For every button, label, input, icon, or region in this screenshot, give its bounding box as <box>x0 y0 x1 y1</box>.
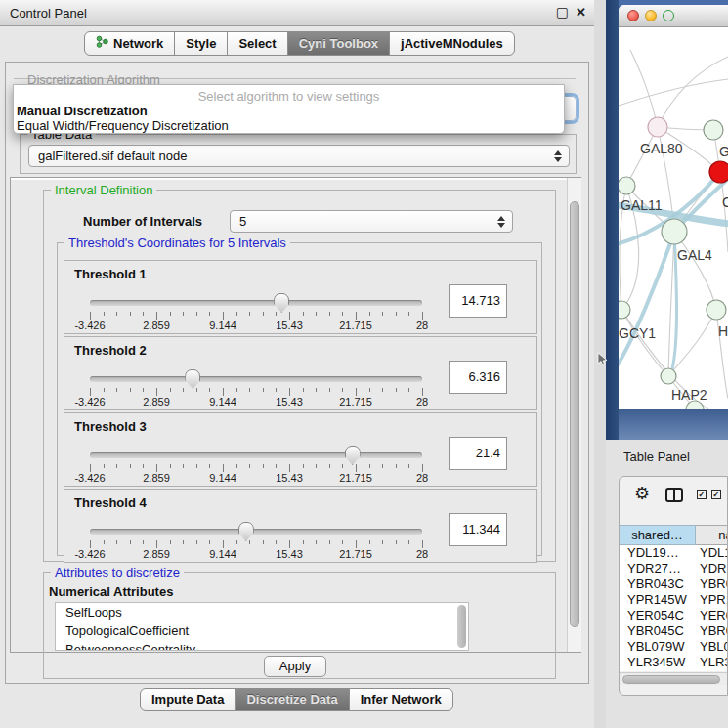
tab-impute-data[interactable]: Impute Data <box>140 688 236 711</box>
combobox-stepper-icon <box>554 150 562 162</box>
slider-thumb[interactable] <box>238 522 254 541</box>
checkbox-icon[interactable]: ✓ <box>711 490 721 499</box>
tab-label: Discretize Data <box>246 692 337 707</box>
zoom-traffic-icon[interactable] <box>663 10 674 21</box>
table-data-combobox[interactable]: galFiltered.sif default node <box>28 145 570 167</box>
threshold-value-field[interactable]: 14.713 <box>449 284 507 318</box>
close-traffic-icon[interactable] <box>627 10 639 21</box>
table-data-combobox-value: galFiltered.sif default node <box>38 149 187 163</box>
table-rows: YDL19…YDL1YDR27…YDR2YBR043CYBR0YPR145WYP… <box>620 545 728 671</box>
cell-name: YIL0 <box>700 670 728 671</box>
thresholds-group-title: Threshold's Coordinates for 5 Intervals <box>64 236 290 250</box>
cell-name: YER0 <box>700 608 728 623</box>
table-horizontal-scrollbar[interactable] <box>620 672 728 685</box>
slider-scale-labels: -3.4262.8599.14415.4321.71528 <box>90 320 422 332</box>
slider-track[interactable] <box>90 376 422 382</box>
tab-cyni-toolbox[interactable]: Cyni Toolbox <box>287 31 390 56</box>
network-window-titlebar[interactable] <box>619 5 728 27</box>
column-header-name[interactable]: name <box>696 525 728 545</box>
slider-track[interactable] <box>90 529 422 535</box>
gear-icon[interactable]: ⚙ <box>634 483 650 503</box>
network-node-label-h: H <box>718 323 728 339</box>
cell-name: YBL0 <box>700 639 728 655</box>
table-row[interactable]: YBR043CYBR0 <box>620 577 728 592</box>
table-data-group: Table Data galFiltered.sif default node <box>20 134 577 174</box>
slider-scale-labels: -3.4262.8599.14415.4321.71528 <box>90 472 422 485</box>
table-row[interactable]: YIL052CYIL0 <box>620 670 728 671</box>
cell-shared-name: YIL052C <box>627 670 694 671</box>
table-panel-title: Table Panel <box>623 450 690 464</box>
control-panel: Control Panel ▢ ✕ NetworkStyleSelectCyni… <box>0 0 594 728</box>
table-toolbar: ⚙ ✓ ✓ <box>620 477 728 512</box>
settings-vertical-scrollbar[interactable] <box>567 178 581 652</box>
cell-name: YPR1 <box>700 592 728 608</box>
tab-label: Infer Network <box>361 692 442 707</box>
slider-scale-labels: -3.4262.8599.14415.4321.71528 <box>90 548 422 561</box>
algorithm-option-manual[interactable]: Manual Discretization <box>16 104 563 118</box>
cell-name: YDR2 <box>700 561 728 577</box>
control-panel-titlebar: Control Panel ▢ ✕ <box>0 0 594 26</box>
attribute-list-item[interactable]: SelfLoops <box>56 603 468 621</box>
tab-jactivemnodules[interactable]: jActiveMNodules <box>389 31 515 56</box>
table-row[interactable]: YBR045CYBR0 <box>620 623 728 639</box>
number-of-intervals-label: Number of Intervals <box>83 214 202 229</box>
network-window-frame-edge <box>606 0 619 440</box>
mouse-cursor <box>596 352 610 367</box>
table-row[interactable]: YPR145WYPR1 <box>620 592 728 608</box>
column-layout-icon[interactable] <box>665 488 683 502</box>
scrollbar-thumb[interactable] <box>570 201 579 627</box>
checkbox-icon[interactable]: ✓ <box>697 490 707 499</box>
tab-label: Impute Data <box>151 692 224 707</box>
threshold-value-field[interactable]: 6.316 <box>449 361 507 394</box>
minimize-traffic-icon[interactable] <box>645 10 657 21</box>
table-row[interactable]: YDR27…YDR2 <box>620 561 728 577</box>
numerical-attributes-list[interactable]: SelfLoopsTopologicalCoefficientBetweenne… <box>55 602 469 651</box>
cell-shared-name: YBR043C <box>627 577 694 592</box>
attribute-list-scrollbar[interactable] <box>457 605 466 648</box>
scrollbar-thumb[interactable] <box>622 675 720 684</box>
column-header-shared-name[interactable]: shared… <box>620 525 696 545</box>
table-row[interactable]: YER054CYER0 <box>620 608 728 623</box>
tab-network[interactable]: Network <box>84 31 175 56</box>
network-node-label-gal11: GAL11 <box>621 197 663 213</box>
threshold-label: Threshold 2 <box>74 343 147 358</box>
table-row[interactable]: YLR345WYLR3 <box>620 655 728 670</box>
tab-infer-network[interactable]: Infer Network <box>349 688 453 711</box>
algorithm-option-equal-width[interactable]: Equal Width/Frequency Discretization <box>16 118 563 133</box>
network-icon <box>96 35 108 51</box>
table-row[interactable]: YDL19…YDL1 <box>620 545 728 561</box>
cell-shared-name: YLR345W <box>627 655 694 670</box>
tab-label: Select <box>238 36 276 51</box>
slider-thumb[interactable] <box>274 293 289 313</box>
threshold-value-field[interactable]: 11.344 <box>449 513 507 546</box>
attribute-list-item[interactable]: TopologicalCoefficient <box>56 621 468 640</box>
float-window-icon[interactable]: ▢ <box>556 4 569 20</box>
cell-name: YBR0 <box>700 623 728 639</box>
screenshot-stage: Control Panel ▢ ✕ NetworkStyleSelectCyni… <box>0 0 728 728</box>
tab-style[interactable]: Style <box>174 31 228 56</box>
threshold-panel-2: Threshold 2-3.4262.8599.14415.4321.71528… <box>64 336 537 410</box>
network-node-label-g: G <box>719 144 728 159</box>
threshold-value-field[interactable]: 21.4 <box>449 437 507 470</box>
close-icon[interactable]: ✕ <box>576 5 586 20</box>
network-node-label-c: C <box>722 194 728 210</box>
network-view-window: GAL80GCGAL11GAL4GCY1HHAP2 <box>619 5 728 409</box>
slider-thumb[interactable] <box>345 446 361 465</box>
slider-track[interactable] <box>90 300 422 306</box>
tab-discretize-data[interactable]: Discretize Data <box>235 688 349 711</box>
tab-select[interactable]: Select <box>227 31 287 56</box>
network-canvas[interactable]: GAL80GCGAL11GAL4GCY1HHAP2 <box>619 27 728 409</box>
table-row[interactable]: YBL079WYBL0 <box>620 639 728 655</box>
algorithm-popup-prompt: Select algorithm to view settings <box>14 89 564 104</box>
attribute-items: SelfLoopsTopologicalCoefficientBetweenne… <box>56 603 468 651</box>
apply-button[interactable]: Apply <box>264 656 326 677</box>
cell-shared-name: YDL19… <box>627 545 694 561</box>
number-of-intervals-combobox[interactable]: 5 <box>230 210 513 233</box>
tab-label: Network <box>113 36 163 51</box>
slider-track[interactable] <box>90 452 422 458</box>
cell-shared-name: YER054C <box>627 608 694 623</box>
attribute-list-item[interactable]: BetweennessCentrality <box>56 640 468 651</box>
thresholds-group: Threshold's Coordinates for 5 Intervals … <box>57 242 542 556</box>
slider-thumb[interactable] <box>185 369 200 389</box>
algorithm-dropdown-popup: Select algorithm to view settings Manual… <box>13 84 565 134</box>
